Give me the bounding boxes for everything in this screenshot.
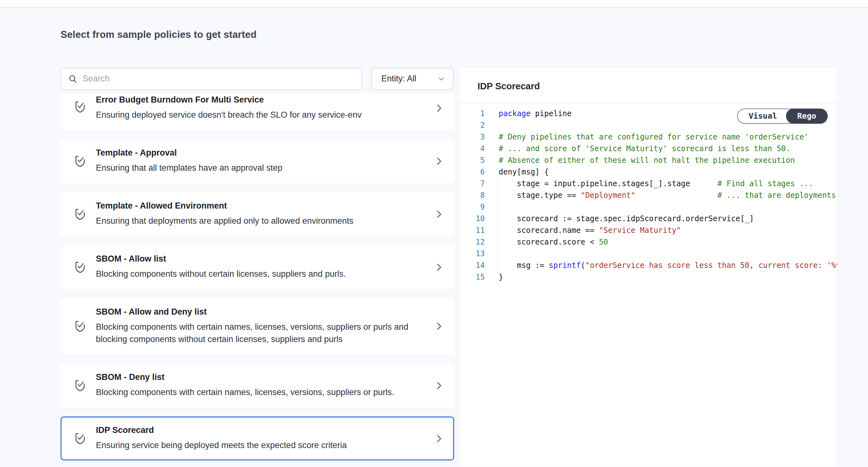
code-line: 14 msg := sprintf("orderService has scor… bbox=[459, 260, 837, 271]
policy-description: Ensuring service being deployed meets th… bbox=[96, 439, 411, 451]
shield-check-icon bbox=[72, 207, 88, 222]
policy-card[interactable]: Template - Approval Ensuring that all te… bbox=[61, 139, 454, 183]
rego-mode-button[interactable]: Rego bbox=[786, 109, 828, 124]
chevron-right-icon bbox=[433, 155, 445, 167]
policy-description: Blocking components with certain names, … bbox=[96, 386, 411, 399]
code-line-text: scorecard := stage.spec.idpScorecard.ord… bbox=[499, 213, 837, 225]
policy-description: Ensuring that deployments are applied on… bbox=[96, 215, 411, 227]
line-number: 12 bbox=[459, 236, 499, 248]
code-lines: 1 package pipeline 2 3 # Deny pipelines … bbox=[459, 108, 837, 283]
shield-check-icon bbox=[72, 154, 88, 169]
code-line: 7 stage = input.pipeline.stages[_].stage… bbox=[459, 178, 837, 189]
code-line: 3 # Deny pipelines that are configured f… bbox=[459, 131, 837, 143]
line-number: 1 bbox=[459, 108, 499, 120]
policy-card[interactable]: Template - Allowed Environment Ensuring … bbox=[61, 192, 454, 236]
line-number: 7 bbox=[459, 178, 499, 189]
policy-title: SBOM - Allow list bbox=[96, 254, 428, 264]
shield-check-icon bbox=[72, 319, 88, 334]
line-number: 4 bbox=[459, 143, 499, 155]
policy-description: Blocking components without certain lice… bbox=[96, 268, 411, 280]
code-line-text: deny[msg] { bbox=[499, 166, 837, 178]
page-title: Select from sample policies to get start… bbox=[61, 29, 257, 40]
policy-title: Template - Approval bbox=[96, 148, 428, 158]
line-number: 2 bbox=[459, 120, 499, 131]
policy-title: SBOM - Allow and Deny list bbox=[96, 307, 428, 317]
visual-mode-button[interactable]: Visual bbox=[738, 109, 786, 123]
line-number: 9 bbox=[459, 201, 499, 213]
code-line-text: } bbox=[499, 271, 837, 283]
chevron-right-icon bbox=[433, 262, 445, 273]
top-bar bbox=[0, 0, 868, 7]
code-line-text bbox=[499, 248, 837, 260]
code-line: 15 } bbox=[459, 271, 837, 283]
line-number: 13 bbox=[459, 248, 499, 260]
policy-card[interactable]: Error Budget Burndown For Multi Service … bbox=[61, 93, 454, 130]
code-line-text: scorecard.name == "Service Maturity" bbox=[499, 225, 837, 236]
line-number: 6 bbox=[459, 166, 499, 178]
shield-check-icon bbox=[72, 378, 88, 393]
search-box[interactable] bbox=[61, 67, 362, 90]
policy-title: Error Budget Burndown For Multi Service bbox=[96, 95, 428, 105]
toolbar: Entity: All bbox=[61, 67, 454, 90]
policy-card[interactable]: IDP Scorecard Ensuring service being dep… bbox=[61, 416, 454, 460]
policy-card[interactable]: SBOM - Allow and Deny list Blocking comp… bbox=[61, 298, 454, 354]
detail-title: IDP Scorecard bbox=[477, 81, 818, 91]
code-line: 4 # ... and score of 'Service Maturity' … bbox=[459, 143, 837, 155]
shield-check-icon bbox=[72, 260, 88, 275]
line-number: 3 bbox=[459, 131, 499, 143]
code-line-text: # ... and score of 'Service Maturity' sc… bbox=[499, 143, 837, 155]
policy-description: Ensuring that all templates have an appr… bbox=[96, 162, 411, 174]
chevron-right-icon bbox=[433, 209, 445, 220]
code-line: 9 bbox=[459, 201, 837, 213]
policy-list: Error Budget Burndown For Multi Service … bbox=[61, 93, 454, 460]
chevron-right-icon bbox=[433, 321, 445, 332]
line-number: 10 bbox=[459, 213, 499, 225]
policy-card[interactable]: SBOM - Deny list Blocking components wit… bbox=[61, 363, 454, 407]
chevron-right-icon bbox=[433, 380, 445, 391]
entity-filter-dropdown[interactable]: Entity: All bbox=[371, 67, 454, 90]
code-line-text: # Absence of either of these will not ha… bbox=[499, 155, 837, 166]
policy-card[interactable]: SBOM - Allow list Blocking components wi… bbox=[61, 245, 454, 289]
code-line-text: stage.type == "Deployment" # ... that ar… bbox=[499, 189, 837, 201]
code-line: 5 # Absence of either of these will not … bbox=[459, 155, 837, 166]
search-icon bbox=[68, 74, 78, 84]
shield-check-icon bbox=[72, 431, 88, 446]
code-line-text: stage = input.pipeline.stages[_].stage #… bbox=[499, 178, 837, 189]
line-number: 11 bbox=[459, 225, 499, 236]
policy-detail-panel: IDP Scorecard 1 package pipeline 2 3 # D… bbox=[458, 67, 837, 467]
code-line: 8 stage.type == "Deployment" # ... that … bbox=[459, 189, 837, 201]
code-line: 13 bbox=[459, 248, 837, 260]
line-number: 14 bbox=[459, 260, 499, 271]
chevron-right-icon bbox=[433, 433, 445, 444]
shield-check-icon bbox=[72, 99, 88, 115]
policy-description: Blocking components with certain names, … bbox=[96, 321, 411, 346]
policy-title: Template - Allowed Environment bbox=[96, 201, 428, 211]
policy-title: SBOM - Deny list bbox=[96, 372, 428, 382]
code-line-text: scorecard.score < 50 bbox=[499, 236, 837, 248]
line-number: 15 bbox=[459, 271, 499, 283]
policy-title: IDP Scorecard bbox=[96, 425, 428, 435]
code-line: 6 deny[msg] { bbox=[459, 166, 837, 178]
code-line: 11 scorecard.name == "Service Maturity" bbox=[459, 225, 837, 236]
code-editor[interactable]: 1 package pipeline 2 3 # Deny pipelines … bbox=[459, 104, 837, 456]
entity-filter-label: Entity: All bbox=[381, 74, 416, 84]
chevron-down-icon bbox=[437, 75, 445, 83]
chevron-right-icon bbox=[433, 103, 445, 114]
line-number: 8 bbox=[459, 189, 499, 201]
editor-mode-toggle: Visual Rego bbox=[737, 109, 828, 124]
search-input[interactable] bbox=[83, 74, 354, 84]
code-line-text bbox=[499, 201, 837, 213]
line-number: 5 bbox=[459, 155, 499, 166]
policy-description: Ensuring deployed service doesn't breach… bbox=[96, 109, 411, 121]
code-line: 12 scorecard.score < 50 bbox=[459, 236, 837, 248]
code-line-text: # Deny pipelines that are configured for… bbox=[499, 131, 837, 143]
code-line-text: msg := sprintf("orderService has score l… bbox=[499, 260, 837, 271]
code-line: 10 scorecard := stage.spec.idpScorecard.… bbox=[459, 213, 837, 225]
